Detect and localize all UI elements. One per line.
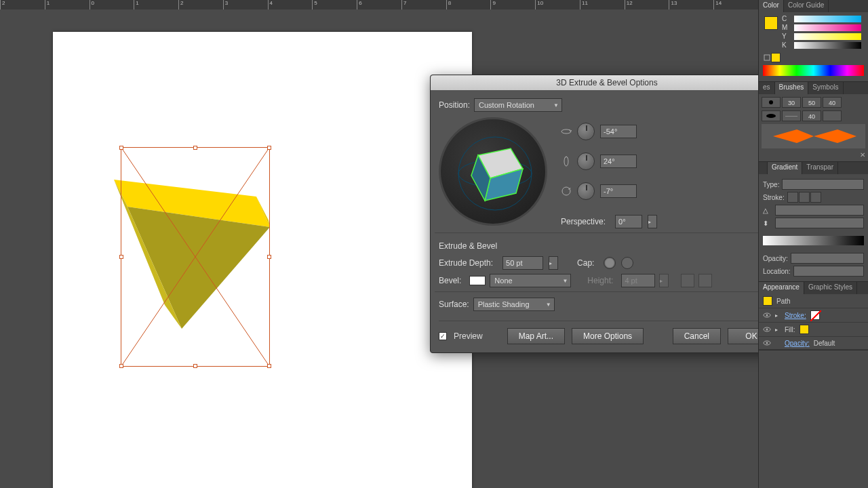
rotate-z-input[interactable] <box>600 184 637 198</box>
horizontal-ruler: 2 1 0 1 2 3 4 5 6 7 8 9 10 11 12 13 14 <box>0 0 758 9</box>
angle-icon: △ <box>763 207 772 214</box>
tab-brushes[interactable]: Brushes <box>775 82 809 94</box>
appearance-stroke-row[interactable]: ▸ Stroke: <box>759 308 868 323</box>
gradient-ramp[interactable] <box>763 236 864 245</box>
bevel-label: Bevel: <box>439 276 461 285</box>
rotate-z-icon <box>561 186 572 197</box>
disclosure-icon[interactable]: ▸ <box>775 327 781 333</box>
handle-mid-left[interactable] <box>119 255 123 259</box>
handle-bot-left[interactable] <box>119 364 123 368</box>
aspect-icon: ⬍ <box>763 220 772 227</box>
gradient-type-dropdown[interactable] <box>782 179 864 190</box>
more-options-button[interactable]: More Options <box>572 328 644 344</box>
tab-appearance[interactable]: Appearance <box>759 282 804 294</box>
fill-label: Fill: <box>785 326 795 333</box>
rotate-x-input[interactable] <box>600 125 637 138</box>
out-of-gamut-swatch[interactable] <box>771 53 781 62</box>
gradient-aspect-input[interactable] <box>775 218 864 228</box>
perspective-stepper[interactable]: ▸ <box>648 215 657 228</box>
gradient-location-input[interactable] <box>793 266 864 277</box>
cancel-button[interactable]: Cancel <box>673 328 721 344</box>
perspective-label: Perspective: <box>561 217 606 226</box>
m-slider[interactable] <box>794 24 861 31</box>
handle-mid-right[interactable] <box>267 255 271 259</box>
brush-oval[interactable] <box>762 110 781 121</box>
brush-30[interactable]: 30 <box>782 97 801 108</box>
tab-brushes-prev[interactable]: es <box>759 82 775 94</box>
svg-point-20 <box>766 329 768 331</box>
surface-dropdown[interactable]: Plastic Shading▼ <box>473 298 555 311</box>
c-label: C <box>782 15 791 22</box>
position-dropdown[interactable]: Custom Rotation▼ <box>474 98 562 112</box>
surface-label: Surface: <box>439 300 469 309</box>
brush-50[interactable]: 50 <box>802 97 821 108</box>
stroke-swatch[interactable] <box>810 310 820 320</box>
tab-transparency[interactable]: Transpar <box>802 162 838 174</box>
disclosure-icon[interactable]: ▸ <box>775 312 781 319</box>
3d-extrude-bevel-dialog[interactable]: 3D Extrude & Bevel Options Position: Cus… <box>430 75 784 353</box>
fill-swatch[interactable] <box>764 16 778 30</box>
brush-40b[interactable]: 40 <box>802 110 821 121</box>
depth-stepper[interactable]: ▸ <box>549 256 558 270</box>
rotate-y-input[interactable] <box>600 155 637 168</box>
tab-graphic-styles[interactable]: Graphic Styles <box>804 282 857 294</box>
cap-off-button[interactable] <box>621 257 633 269</box>
svg-point-18 <box>766 314 768 317</box>
artboard[interactable] <box>53 32 472 488</box>
eye-icon[interactable] <box>763 311 771 319</box>
tab-gradient[interactable]: Gradient <box>768 162 802 174</box>
fill-swatch[interactable] <box>800 325 809 334</box>
tab-color[interactable]: Color <box>759 0 784 12</box>
dialog-title[interactable]: 3D Extrude & Bevel Options <box>431 75 783 90</box>
cube-icon <box>763 54 771 62</box>
rotate-x-dial[interactable] <box>577 123 595 140</box>
rotation-trackball[interactable] <box>439 117 547 226</box>
svg-marker-15 <box>773 129 814 143</box>
brush-art[interactable] <box>762 124 865 148</box>
gradient-opacity-input[interactable] <box>791 253 864 264</box>
stroke-mode-1[interactable] <box>787 192 798 203</box>
stroke-link[interactable]: Stroke: <box>785 312 806 319</box>
bevel-extent-in-button <box>681 274 694 287</box>
opacity-link[interactable]: Opacity: <box>785 340 810 347</box>
tab-symbols[interactable]: Symbols <box>808 82 843 94</box>
appearance-opacity-row[interactable]: Opacity: Default <box>759 337 868 350</box>
map-art-button[interactable]: Map Art... <box>507 328 565 344</box>
extrude-depth-label: Extrude Depth: <box>439 258 493 268</box>
k-slider[interactable] <box>794 42 861 49</box>
handle-bot-right[interactable] <box>267 364 271 368</box>
brush-line[interactable] <box>782 110 801 121</box>
handle-top-right[interactable] <box>267 146 271 150</box>
preview-checkbox[interactable]: ✓ <box>439 332 447 340</box>
close-icon[interactable]: ✕ <box>860 151 865 159</box>
handle-top-mid[interactable] <box>193 146 197 150</box>
brush-empty[interactable] <box>823 110 842 121</box>
c-slider[interactable] <box>794 16 861 22</box>
y-slider[interactable] <box>794 33 861 40</box>
gradient-panel: Gradient Transpar Type: Stroke: △ ⬍ Opac… <box>759 162 868 282</box>
cap-on-button[interactable] <box>604 257 616 269</box>
rotate-y-icon <box>561 156 572 167</box>
eye-icon[interactable] <box>763 339 771 347</box>
stroke-mode-3[interactable] <box>810 192 821 203</box>
handle-top-left[interactable] <box>119 146 123 150</box>
handle-bot-mid[interactable] <box>193 364 197 368</box>
brush-40[interactable]: 40 <box>823 97 842 108</box>
rotate-x-icon <box>561 126 572 137</box>
spectrum-bar[interactable] <box>763 65 864 76</box>
preview-label: Preview <box>454 331 483 341</box>
tab-color-guide[interactable]: Color Guide <box>784 0 829 12</box>
appearance-fill-row[interactable]: ▸ Fill: <box>759 323 868 337</box>
stroke-mode-2[interactable] <box>799 192 810 203</box>
appearance-path-row[interactable]: Path <box>759 294 868 308</box>
gradient-angle-input[interactable] <box>775 205 864 216</box>
selection-bounding-box[interactable] <box>121 147 270 367</box>
rotate-y-dial[interactable] <box>577 152 595 170</box>
brush-dot[interactable] <box>762 97 781 108</box>
bevel-height-input <box>621 274 655 287</box>
perspective-input[interactable] <box>615 215 642 228</box>
eye-icon[interactable] <box>763 325 771 333</box>
bevel-dropdown[interactable]: None▼ <box>490 274 571 287</box>
rotate-z-dial[interactable] <box>577 182 595 200</box>
extrude-depth-input[interactable] <box>502 256 543 270</box>
